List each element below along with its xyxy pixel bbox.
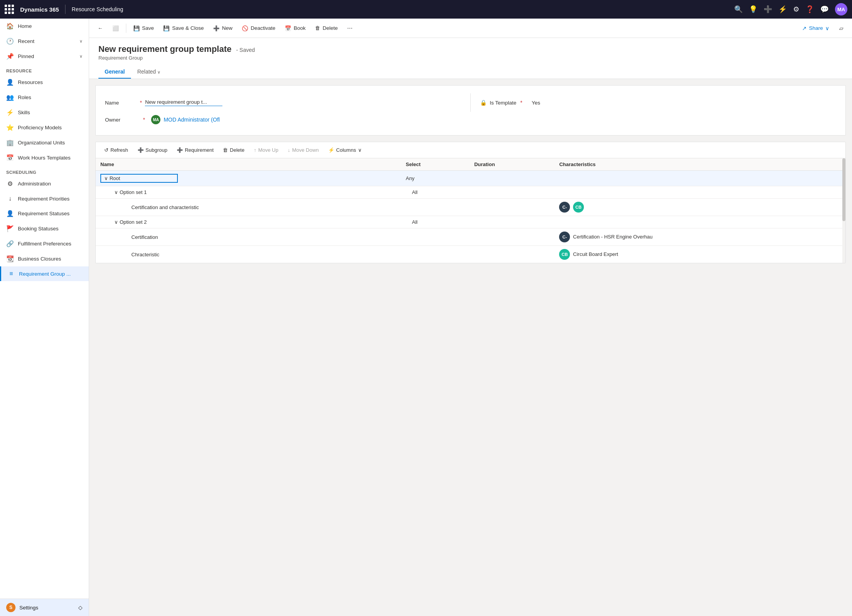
cert-duration-cell: [470, 228, 555, 246]
sidebar-item-resources[interactable]: 👤 Resources: [0, 75, 89, 90]
tab-related[interactable]: Related ∨: [131, 65, 167, 79]
pin-icon: 📌: [6, 53, 14, 60]
more-icon: ⋯: [347, 25, 353, 31]
expand-panel-button[interactable]: ▱: [835, 23, 847, 34]
move-down-button[interactable]: ↓ Move Down: [284, 145, 322, 155]
columns-button[interactable]: ⚡ Columns ∨: [324, 145, 366, 155]
opt1-select-cell: All: [401, 186, 470, 199]
form-section: Name * New requirement group t... 🔒 Is T…: [95, 85, 846, 136]
fulfillment-icon: 🔗: [6, 240, 14, 247]
maximize-icon: ⬜: [112, 25, 119, 31]
settings-icon[interactable]: ⚙: [793, 5, 799, 14]
settings-label: Settings: [19, 605, 38, 611]
sidebar-item-label: Home: [18, 23, 32, 29]
opt1-name-cell: ∨ Option set 1: [96, 186, 401, 199]
opt1-char-cell: [554, 186, 845, 199]
root-char-cell: [554, 171, 845, 186]
sidebar-item-roles[interactable]: 👥 Roles: [0, 90, 89, 105]
root-name: Root: [110, 175, 120, 181]
deactivate-icon: 🚫: [242, 25, 248, 31]
table-row[interactable]: Certification C- Certification - HSR Eng…: [96, 228, 845, 246]
table-row[interactable]: ∨ Option set 2 All: [96, 216, 845, 228]
more-button[interactable]: ⋯: [343, 23, 356, 34]
sidebar-item-org-units[interactable]: 🏢 Organizational Units: [0, 135, 89, 150]
sidebar-item-home[interactable]: 🏠 Home: [0, 19, 89, 34]
chrac-badge: CB: [559, 249, 570, 260]
form-col-template: 🔒 Is Template * Yes: [480, 100, 836, 106]
sidebar-item-pinned[interactable]: 📌 Pinned ∨: [0, 49, 89, 64]
form-row-name-template: Name * New requirement group t... 🔒 Is T…: [105, 93, 836, 112]
lightbulb-icon[interactable]: 💡: [749, 5, 757, 14]
columns-chevron-icon: ∨: [358, 147, 362, 153]
cert-char-select-cell: [401, 199, 470, 216]
sidebar-item-req-statuses[interactable]: 👤 Requirement Statuses: [0, 206, 89, 221]
scrollbar-track[interactable]: [842, 158, 845, 263]
sidebar-item-fulfillment[interactable]: 🔗 Fulfillment Preferences: [0, 236, 89, 251]
char-badge-cb: CB: [573, 202, 584, 213]
sidebar-item-skills[interactable]: ⚡ Skills: [0, 105, 89, 120]
tab-general[interactable]: General: [98, 65, 131, 79]
search-icon[interactable]: 🔍: [734, 5, 743, 14]
save-close-icon: 💾: [163, 25, 170, 31]
page-subtitle: Requirement Group: [98, 55, 843, 61]
sidebar-item-business-closures[interactable]: 📆 Business Closures: [0, 251, 89, 266]
new-button[interactable]: ➕ New: [209, 23, 236, 34]
delete-button[interactable]: 🗑 Delete: [311, 23, 342, 33]
save-close-button[interactable]: 💾 Save & Close: [159, 23, 208, 34]
brand-name[interactable]: Dynamics 365: [20, 6, 59, 13]
sidebar-item-work-hours[interactable]: 📅 Work Hours Templates: [0, 150, 89, 165]
requirement-button[interactable]: ➕ Requirement: [173, 145, 217, 155]
help-icon[interactable]: ❓: [806, 5, 814, 14]
back-icon: ←: [98, 25, 103, 31]
table-row[interactable]: Chracteristic CB Circuit Board Expert: [96, 246, 845, 263]
root-chevron-icon: ∨: [104, 175, 110, 181]
share-chevron: ∨: [825, 25, 829, 31]
maximize-button[interactable]: ⬜: [108, 23, 123, 34]
save-button[interactable]: 💾 Save: [129, 23, 158, 34]
cert-char-char-cell: C- CB: [554, 199, 845, 216]
move-up-button[interactable]: ↑ Move Up: [250, 145, 282, 155]
nav-divider: [65, 5, 65, 14]
sidebar-item-label: Resources: [18, 79, 43, 85]
owner-required: *: [143, 117, 145, 123]
filter-icon[interactable]: ⚡: [778, 5, 787, 14]
waffle-menu[interactable]: [5, 5, 14, 14]
chat-icon[interactable]: 💬: [820, 5, 829, 14]
sidebar-item-req-priorities[interactable]: ↓ Requirement Priorities: [0, 191, 89, 206]
form-col-name: Name * New requirement group t...: [105, 99, 461, 106]
sidebar-item-recent[interactable]: 🕐 Recent ∨: [0, 34, 89, 49]
share-button[interactable]: ↗ Share ∨: [797, 23, 834, 34]
page-saved-status: - Saved: [236, 47, 255, 53]
table-row[interactable]: Certification and characteristic C- CB: [96, 199, 845, 216]
table-row[interactable]: ∨ Root Any: [96, 171, 845, 186]
subgroup-button[interactable]: ➕ Subgroup: [134, 145, 171, 155]
name-value[interactable]: New requirement group t...: [145, 99, 222, 106]
grid-delete-button[interactable]: 🗑 Delete: [219, 145, 248, 155]
col-select: Select: [401, 158, 470, 171]
add-icon[interactable]: ➕: [764, 5, 772, 14]
owner-name[interactable]: MOD Administrator (Ofl: [164, 117, 220, 123]
opt2-select-cell: All: [401, 216, 470, 228]
sidebar-item-label: Requirement Group ...: [19, 271, 71, 277]
root-name-cell: ∨ Root: [96, 171, 401, 186]
booking-icon: 🚩: [6, 225, 14, 232]
sidebar-item-label: Requirement Priorities: [18, 196, 70, 202]
org-icon: 🏢: [6, 139, 14, 146]
settings-item[interactable]: S Settings ◇: [0, 599, 89, 616]
table-row[interactable]: ∨ Option set 1 All: [96, 186, 845, 199]
sidebar-item-administration[interactable]: ⚙ Administration: [0, 176, 89, 191]
page-tabs: General Related ∨: [98, 65, 843, 79]
book-button[interactable]: 📅 Book: [281, 23, 310, 34]
sidebar: 🏠 Home 🕐 Recent ∨ 📌 Pinned ∨ Resource 👤 …: [0, 19, 89, 616]
scrollbar-thumb[interactable]: [842, 158, 845, 221]
opt1-name: Option set 1: [120, 189, 147, 195]
user-avatar[interactable]: MA: [835, 3, 847, 15]
deactivate-button[interactable]: 🚫 Deactivate: [238, 23, 279, 34]
sidebar-item-req-group[interactable]: ≡ Requirement Group ...: [0, 266, 89, 281]
refresh-button[interactable]: ↺ Refresh: [100, 145, 132, 155]
sidebar-item-booking-statuses[interactable]: 🚩 Booking Statuses: [0, 221, 89, 236]
new-icon: ➕: [213, 25, 220, 31]
grid-table-wrap: Name Select Duration Characteristics: [96, 158, 845, 263]
sidebar-item-proficiency[interactable]: ⭐ Proficiency Models: [0, 120, 89, 135]
back-button[interactable]: ←: [94, 23, 107, 33]
